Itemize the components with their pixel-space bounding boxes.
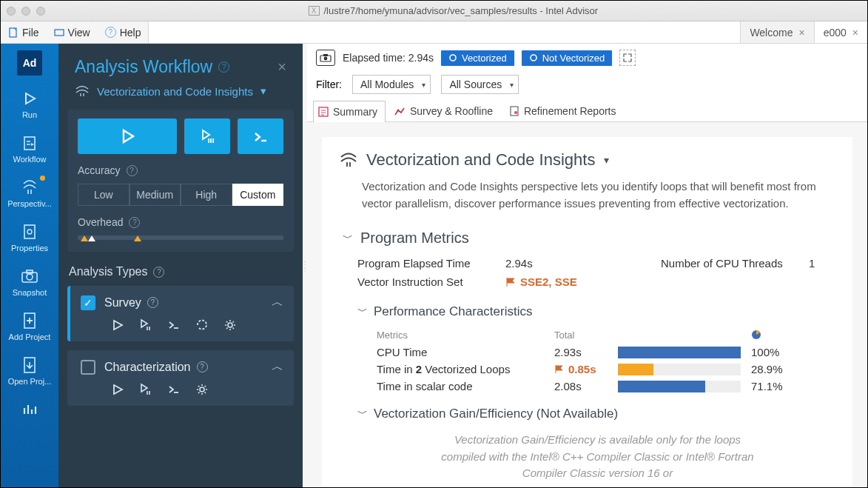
rail-properties[interactable]: Properties: [1, 215, 58, 260]
terminal-icon[interactable]: [166, 318, 181, 332]
menu-file[interactable]: File: [1, 21, 47, 43]
svg-point-13: [324, 57, 328, 61]
accuracy-low[interactable]: Low: [78, 184, 129, 206]
help-icon[interactable]: ?: [218, 61, 229, 73]
overhead-slider[interactable]: [78, 235, 283, 240]
survey-checkbox[interactable]: ✓: [81, 295, 95, 310]
notification-dot-icon: [40, 176, 45, 181]
result-tabs: Summary Survey & Roofline Refinement Rep…: [307, 97, 867, 122]
snapshot-button[interactable]: [316, 50, 335, 66]
camera-icon: [21, 267, 38, 285]
chevron-down-icon: ﹀: [357, 305, 368, 318]
tab-welcome[interactable]: Welcome×: [740, 21, 813, 43]
perf-percent: 71.1%: [751, 380, 795, 392]
play-icon: [21, 90, 38, 107]
help-icon: ?: [105, 27, 116, 38]
perf-characteristics-header[interactable]: ﹀ Performance Characteristics: [357, 300, 838, 324]
gear-icon[interactable]: [223, 318, 238, 332]
accuracy-high[interactable]: High: [181, 184, 232, 206]
perf-percent: 28.9%: [751, 363, 795, 375]
x11-icon: X: [309, 6, 320, 16]
sources-select[interactable]: All Sources: [441, 75, 519, 94]
help-icon[interactable]: ?: [127, 165, 138, 176]
refresh-icon[interactable]: [195, 318, 209, 332]
rail-perspectives[interactable]: Perspectiv...: [1, 171, 58, 215]
gain-note: Vectorization Gain/Efficiency is availab…: [357, 426, 838, 482]
menu-view[interactable]: View: [47, 21, 98, 43]
app-logo: Ad: [1, 44, 58, 82]
modules-select[interactable]: All Modules: [352, 75, 431, 94]
rail-workflow[interactable]: Workflow: [1, 127, 58, 171]
rail-add-project[interactable]: Add Project: [1, 304, 58, 349]
perf-metric-label: CPU Time: [377, 346, 554, 358]
tab-summary[interactable]: Summary: [313, 101, 386, 122]
svg-point-16: [531, 55, 536, 61]
tab-survey-roofline[interactable]: Survey & Roofline: [388, 100, 501, 121]
cursor-play-icon[interactable]: [138, 318, 153, 332]
close-icon[interactable]: ×: [798, 27, 804, 39]
vectorized-filter[interactable]: Vectorized: [441, 50, 514, 66]
close-panel-button[interactable]: ×: [277, 59, 286, 76]
roofline-icon: [394, 106, 406, 116]
perf-bar: [618, 347, 741, 358]
analysis-types-label: Analysis Types ?: [58, 262, 303, 286]
gain-efficiency-header[interactable]: ﹀ Vectorization Gain/Efficiency (Not Ava…: [357, 402, 838, 426]
run-button[interactable]: [78, 118, 177, 154]
file-arrow-icon: [21, 356, 38, 374]
rail-run[interactable]: Run: [1, 82, 58, 127]
cursor-play-icon[interactable]: [138, 382, 153, 397]
minimize-window-button[interactable]: [21, 7, 30, 16]
summary-icon: [318, 107, 329, 117]
svg-rect-1: [55, 30, 64, 36]
perf-row: Time in scalar code2.08s71.1%: [377, 378, 838, 395]
summary-content[interactable]: Vectorization and Code Insights ▾ Vector…: [307, 122, 867, 487]
rail-snapshot[interactable]: Snapshot: [1, 260, 58, 304]
gear-icon[interactable]: [195, 382, 209, 397]
cursor-play-icon: [199, 128, 215, 144]
menu-help[interactable]: ? Help: [98, 21, 149, 43]
play-icon: [119, 128, 135, 144]
tab-refinement-reports[interactable]: Refinement Reports: [504, 100, 625, 121]
chevron-up-icon[interactable]: ︿: [272, 295, 283, 310]
workflow-perspective[interactable]: Vectorization and Code Insights ▾: [58, 83, 303, 110]
accuracy-custom[interactable]: Custom: [232, 184, 284, 206]
not-vectorized-filter[interactable]: Not Vectorized: [522, 50, 613, 66]
terminal-icon[interactable]: [166, 382, 181, 397]
accuracy-medium[interactable]: Medium: [129, 184, 181, 206]
filter-label: Filter:: [316, 78, 342, 90]
svg-point-18: [397, 110, 399, 112]
run-cursor-button[interactable]: [184, 118, 230, 154]
characterization-checkbox[interactable]: [81, 360, 95, 375]
file-icon: [8, 27, 18, 38]
vectorization-icon: [340, 153, 357, 167]
play-icon[interactable]: [110, 382, 125, 397]
expand-button[interactable]: [619, 50, 636, 66]
menubar: File View ? Help Welcome× e000×: [1, 21, 867, 44]
help-icon[interactable]: ?: [197, 361, 208, 372]
view-icon: [54, 27, 64, 38]
perf-total: 2.08s: [554, 380, 618, 392]
rail-navigator[interactable]: [1, 393, 58, 418]
overhead-marker-icon: [88, 235, 95, 241]
help-icon[interactable]: ?: [129, 217, 140, 228]
maximize-window-button[interactable]: [36, 7, 45, 16]
clipboard-icon: [21, 134, 38, 152]
chevron-down-icon[interactable]: ▾: [604, 154, 609, 166]
help-icon[interactable]: ?: [147, 297, 158, 308]
bars-icon: [21, 401, 38, 418]
perf-bar: [618, 364, 741, 375]
tab-result[interactable]: e000×: [814, 21, 867, 43]
run-cmd-button[interactable]: [238, 118, 283, 154]
svg-rect-2: [24, 137, 35, 150]
chevron-down-icon: ﹀: [343, 232, 353, 245]
perf-row: CPU Time2.93s100%: [377, 344, 838, 361]
play-icon[interactable]: [110, 318, 125, 332]
chevron-up-icon[interactable]: ︿: [272, 359, 283, 375]
metric-label: Vector Instruction Set: [357, 275, 491, 288]
perf-total: 2.93s: [554, 346, 618, 358]
rail-open-project[interactable]: Open Proj...: [1, 349, 58, 393]
help-icon[interactable]: ?: [153, 267, 164, 278]
close-window-button[interactable]: [7, 7, 16, 16]
program-metrics-header[interactable]: ﹀ Program Metrics: [343, 227, 838, 250]
close-icon[interactable]: ×: [852, 27, 858, 39]
